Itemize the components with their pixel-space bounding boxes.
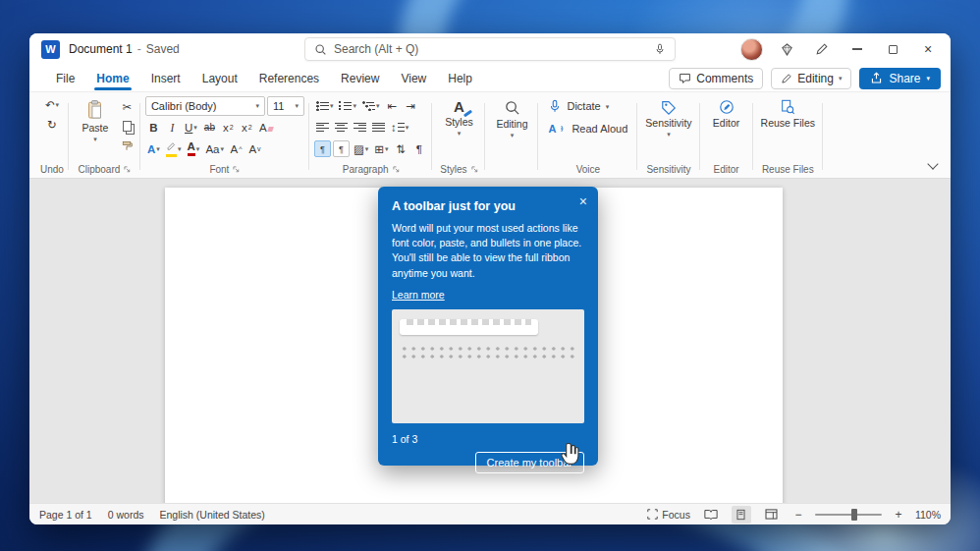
- account-avatar[interactable]: [736, 36, 766, 62]
- format-painter-button[interactable]: [119, 137, 136, 155]
- line-spacing-button[interactable]: ↕▾: [389, 118, 410, 137]
- search-box[interactable]: [304, 37, 676, 61]
- search-input[interactable]: [334, 42, 647, 56]
- highlight-button[interactable]: ▾: [164, 139, 184, 158]
- ltr-direction-button[interactable]: ¶: [314, 140, 331, 157]
- shrink-font-button[interactable]: Av: [246, 139, 263, 158]
- dialog-launcher-icon[interactable]: [471, 166, 478, 173]
- align-left-button[interactable]: [314, 118, 331, 137]
- word-count[interactable]: 0 words: [108, 509, 144, 521]
- print-layout-button[interactable]: [732, 506, 751, 523]
- word-logo-icon[interactable]: W: [41, 40, 60, 59]
- paste-button[interactable]: Paste ▾: [74, 95, 117, 142]
- premium-diamond-icon[interactable]: [772, 36, 801, 62]
- preview-dots: [400, 343, 576, 359]
- inking-pen-icon[interactable]: [807, 36, 837, 62]
- editing-mode-button[interactable]: Editing ▾: [771, 68, 851, 89]
- callout-close-icon[interactable]: ×: [579, 193, 587, 209]
- grow-font-button[interactable]: A^: [228, 139, 245, 158]
- justify-button[interactable]: [370, 118, 387, 137]
- tab-help[interactable]: Help: [437, 67, 483, 90]
- tab-file[interactable]: File: [45, 67, 85, 90]
- zoom-level[interactable]: 110%: [915, 509, 941, 521]
- ribbon-group-editor: Editor Editor: [700, 95, 753, 178]
- scissors-icon: ✂: [123, 100, 133, 114]
- subscript-button[interactable]: x2: [220, 118, 237, 137]
- align-center-button[interactable]: [333, 118, 350, 137]
- outdent-icon: ⇤: [387, 99, 397, 113]
- callout-footer: 1 of 3 Create my toolbar: [392, 433, 584, 473]
- change-case-button[interactable]: Aa▾: [203, 139, 226, 158]
- minimize-button[interactable]: [843, 35, 872, 63]
- collapse-ribbon-chevron-icon[interactable]: [927, 158, 938, 169]
- reuse-files-button[interactable]: Reuse Files: [758, 95, 818, 129]
- dictate-mic-icon: [548, 99, 562, 113]
- strikethrough-button[interactable]: ab: [201, 118, 218, 137]
- dialog-launcher-icon[interactable]: [124, 166, 131, 173]
- redo-button[interactable]: ↻: [43, 115, 60, 134]
- multilevel-list-button[interactable]: ▾: [360, 96, 382, 115]
- sort-button[interactable]: ⇅: [392, 139, 408, 158]
- zoom-out-button[interactable]: −: [792, 508, 804, 522]
- bold-button[interactable]: B: [145, 118, 162, 137]
- numbering-button[interactable]: ▾: [337, 96, 358, 115]
- editing-mode-label: Editing: [797, 72, 834, 85]
- sensitivity-button[interactable]: Sensitivity ▾: [642, 95, 694, 138]
- ribbon-group-sensitivity: Sensitivity ▾ Sensitivity: [637, 95, 699, 178]
- undo-button[interactable]: ↶▾: [43, 95, 61, 114]
- font-color-button[interactable]: A▾: [185, 139, 201, 158]
- styles-icon: A: [454, 99, 464, 114]
- focus-mode-button[interactable]: Focus: [647, 509, 690, 521]
- tab-insert[interactable]: Insert: [140, 67, 191, 90]
- mic-icon[interactable]: [654, 43, 666, 55]
- shading-button[interactable]: ▨▾: [352, 139, 370, 158]
- dialog-launcher-icon[interactable]: [393, 166, 400, 173]
- dialog-launcher-icon[interactable]: [233, 166, 240, 173]
- read-aloud-button[interactable]: A Read Aloud: [543, 118, 632, 139]
- maximize-button[interactable]: [878, 35, 907, 63]
- superscript-button[interactable]: x2: [239, 118, 255, 137]
- zoom-slider-thumb[interactable]: [851, 509, 857, 521]
- increase-indent-button[interactable]: ⇥: [402, 96, 418, 115]
- document-title[interactable]: Document 1: [69, 42, 133, 56]
- bullets-button[interactable]: ▾: [314, 96, 336, 115]
- share-button[interactable]: Share ▾: [859, 68, 941, 89]
- learn-more-link[interactable]: Learn more: [392, 289, 445, 301]
- language-indicator[interactable]: English (United States): [159, 509, 264, 521]
- web-layout-button[interactable]: [762, 506, 782, 523]
- comments-button[interactable]: Comments: [669, 68, 763, 89]
- desktop-wallpaper: W Document 1 - Saved ×: [0, 0, 980, 551]
- page-indicator[interactable]: Page 1 of 1: [39, 509, 92, 521]
- font-size-select[interactable]: 11 ▾: [267, 96, 304, 116]
- tab-home[interactable]: Home: [85, 67, 139, 90]
- show-hide-marks-button[interactable]: ¶: [410, 139, 427, 158]
- styles-button[interactable]: A Styles ▾: [437, 95, 480, 137]
- tab-references[interactable]: References: [248, 67, 330, 90]
- borders-button[interactable]: ⊞▾: [372, 139, 390, 158]
- close-button[interactable]: ×: [913, 35, 943, 63]
- tab-view[interactable]: View: [390, 67, 437, 90]
- clear-formatting-button[interactable]: A: [257, 118, 275, 137]
- zoom-slider[interactable]: [815, 514, 882, 516]
- comment-icon: [679, 72, 691, 84]
- editor-button[interactable]: Editor: [705, 95, 748, 129]
- copy-button[interactable]: [119, 117, 136, 136]
- editing-button[interactable]: Editing ▾: [490, 95, 533, 138]
- text-effects-button[interactable]: A▾: [145, 139, 162, 158]
- ribbon: ↶▾ ↻ Undo Paste ▾ ✂: [29, 92, 951, 179]
- read-mode-button[interactable]: [701, 506, 721, 523]
- tab-layout[interactable]: Layout: [191, 67, 248, 90]
- print-layout-icon: [735, 509, 746, 521]
- save-status[interactable]: Saved: [146, 42, 180, 56]
- font-family-select[interactable]: Calibri (Body) ▾: [145, 96, 265, 116]
- italic-button[interactable]: I: [164, 118, 181, 137]
- tab-review[interactable]: Review: [330, 67, 390, 90]
- decrease-indent-button[interactable]: ⇤: [383, 96, 400, 115]
- align-right-button[interactable]: [352, 118, 368, 137]
- zoom-in-button[interactable]: +: [893, 508, 904, 522]
- cut-button[interactable]: ✂: [119, 97, 136, 116]
- underline-button[interactable]: U▾: [183, 118, 199, 137]
- dictate-button[interactable]: Dictate ▾: [543, 95, 632, 117]
- rtl-direction-button[interactable]: ¶: [333, 140, 350, 157]
- document-area[interactable]: A toolbar just for you × Word will put y…: [29, 179, 951, 503]
